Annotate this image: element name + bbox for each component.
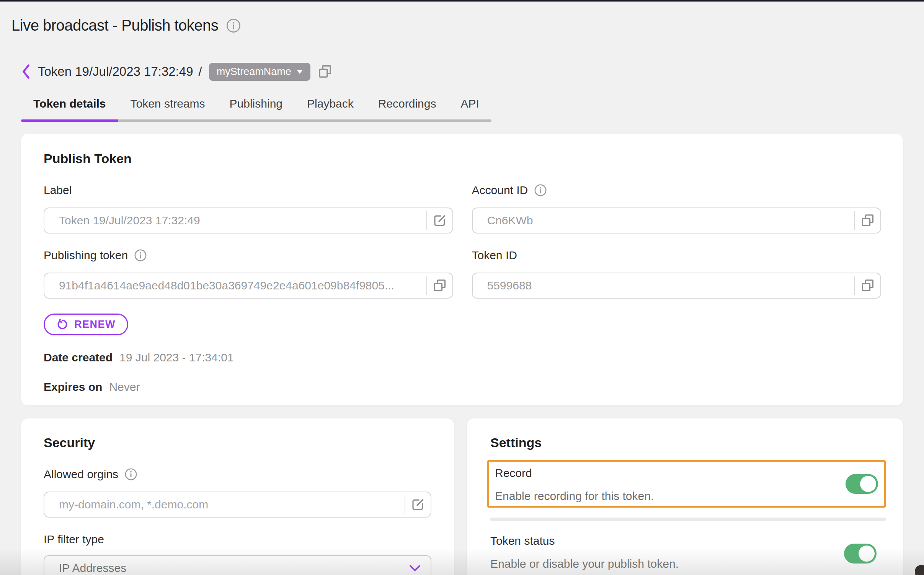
tab-token-details[interactable]: Token details bbox=[21, 96, 118, 122]
publishing-token-input[interactable] bbox=[44, 273, 426, 298]
ip-filter-selected-value: IP Addresses bbox=[59, 562, 409, 575]
allowed-origins-input-box bbox=[44, 492, 431, 518]
page-info-button[interactable] bbox=[226, 18, 241, 33]
label-field-label: Label bbox=[44, 183, 72, 197]
info-icon[interactable] bbox=[534, 184, 547, 197]
back-button[interactable] bbox=[21, 64, 31, 80]
security-card: Security Allowed orgins IP filter type bbox=[21, 418, 454, 575]
copy-stream-name-button[interactable] bbox=[317, 64, 333, 79]
ip-filter-select[interactable]: IP Addresses bbox=[44, 555, 431, 575]
copy-icon bbox=[433, 278, 447, 293]
tab-label: Playback bbox=[307, 97, 354, 110]
copy-account-id-button[interactable] bbox=[855, 208, 880, 233]
publishing-token-field-group: Publishing token bbox=[44, 248, 453, 299]
renew-icon bbox=[56, 319, 68, 330]
date-created-value: 19 Jul 2023 - 17:34:01 bbox=[119, 351, 234, 364]
publish-token-title: Publish Token bbox=[44, 150, 881, 167]
ip-filter-type-label: IP filter type bbox=[44, 533, 104, 546]
expires-on-row: Expires on Never bbox=[44, 381, 881, 394]
chevron-down-icon bbox=[409, 565, 421, 572]
copy-token-id-button[interactable] bbox=[855, 273, 880, 298]
breadcrumb: Token 19/Jul/2023 17:32:49 / myStreamNam… bbox=[21, 62, 333, 81]
allowed-origins-label: Allowed orgins bbox=[44, 467, 118, 481]
page-title: Live broadcast - Publish tokens bbox=[11, 17, 218, 34]
settings-card: Settings Record Enable recording for thi… bbox=[467, 418, 903, 575]
page: Live broadcast - Publish tokens Token 19… bbox=[0, 0, 924, 575]
tab-publishing[interactable]: Publishing bbox=[217, 96, 295, 122]
account-id-field-group: Account ID bbox=[472, 183, 882, 234]
token-status-toggle[interactable] bbox=[844, 544, 877, 564]
copy-icon bbox=[860, 213, 875, 228]
copy-icon bbox=[860, 278, 875, 293]
chevron-left-icon bbox=[21, 64, 31, 80]
account-id-input[interactable] bbox=[473, 208, 855, 233]
expires-on-label: Expires on bbox=[44, 381, 102, 394]
page-header: Live broadcast - Publish tokens bbox=[11, 17, 241, 34]
token-id-label: Token ID bbox=[472, 248, 517, 262]
info-icon[interactable] bbox=[124, 468, 137, 481]
token-status-setting: Token status Enable or disable your publ… bbox=[490, 534, 886, 571]
edit-label-button[interactable] bbox=[427, 208, 452, 233]
token-id-input-box bbox=[472, 273, 882, 299]
token-status-description: Enable or disable your publish token. bbox=[490, 557, 886, 571]
label-input-box bbox=[44, 207, 453, 234]
breadcrumb-token-label: Token 19/Jul/2023 17:32:49 bbox=[38, 64, 193, 79]
tab-api[interactable]: API bbox=[449, 96, 491, 122]
edit-icon bbox=[433, 213, 447, 228]
copy-icon bbox=[317, 64, 333, 79]
tab-label: Token streams bbox=[131, 97, 205, 110]
window-top-edge bbox=[0, 0, 924, 2]
breadcrumb-separator: / bbox=[199, 64, 202, 79]
settings-divider bbox=[490, 518, 886, 521]
tab-label: Recordings bbox=[378, 97, 436, 110]
tab-playback[interactable]: Playback bbox=[295, 96, 366, 122]
token-id-input[interactable] bbox=[473, 273, 855, 298]
token-id-field-group: Token ID bbox=[472, 248, 882, 299]
tab-label: Publishing bbox=[230, 97, 282, 110]
publishing-token-input-box bbox=[44, 273, 453, 299]
account-id-input-box bbox=[472, 207, 882, 234]
edit-icon bbox=[411, 497, 425, 512]
tab-bar: Token details Token streams Publishing P… bbox=[21, 96, 491, 122]
record-description: Enable recording for this token. bbox=[495, 489, 878, 503]
expires-on-value: Never bbox=[109, 381, 140, 394]
record-setting-highlight: Record Enable recording for this token. bbox=[487, 460, 886, 508]
info-icon bbox=[226, 18, 241, 33]
publish-token-fields: Label Account ID bbox=[44, 183, 881, 299]
tab-label: API bbox=[461, 97, 479, 110]
stream-name-dropdown[interactable]: myStreamName bbox=[209, 63, 310, 81]
tab-token-streams[interactable]: Token streams bbox=[118, 96, 217, 122]
settings-title: Settings bbox=[490, 435, 886, 451]
renew-button-label: RENEW bbox=[74, 319, 116, 330]
record-label: Record bbox=[495, 466, 878, 480]
label-field-group: Label bbox=[44, 183, 453, 234]
renew-button[interactable]: RENEW bbox=[44, 314, 128, 335]
edit-allowed-origins-button[interactable] bbox=[405, 492, 431, 517]
tab-recordings[interactable]: Recordings bbox=[366, 96, 449, 122]
publish-token-card: Publish Token Label bbox=[21, 134, 903, 405]
date-created-label: Date created bbox=[44, 351, 113, 364]
date-created-row: Date created 19 Jul 2023 - 17:34:01 bbox=[44, 351, 881, 364]
caret-down-icon bbox=[297, 70, 303, 74]
tab-label: Token details bbox=[33, 97, 106, 110]
account-id-label: Account ID bbox=[472, 183, 528, 197]
stream-name-label: myStreamName bbox=[217, 66, 291, 78]
allowed-origins-input[interactable] bbox=[44, 492, 405, 517]
mouse-cursor bbox=[915, 565, 924, 575]
label-input[interactable] bbox=[44, 208, 426, 233]
record-toggle[interactable] bbox=[846, 474, 878, 494]
publishing-token-label: Publishing token bbox=[44, 248, 128, 262]
copy-publishing-token-button[interactable] bbox=[427, 273, 452, 298]
token-status-label: Token status bbox=[490, 534, 886, 548]
security-title: Security bbox=[44, 435, 431, 451]
info-icon[interactable] bbox=[134, 249, 147, 262]
